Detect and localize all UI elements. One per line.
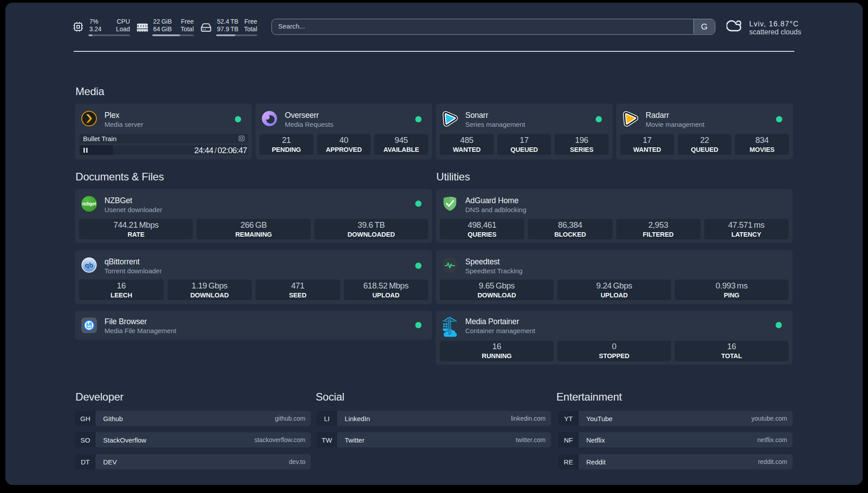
svg-text:qb: qb — [85, 261, 93, 269]
svg-text:nzbget: nzbget — [82, 201, 96, 206]
